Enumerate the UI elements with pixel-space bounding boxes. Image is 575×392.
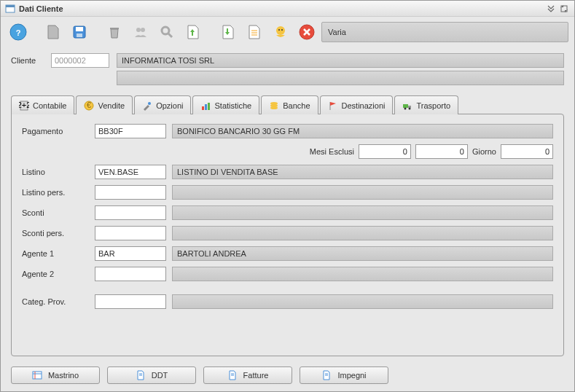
bank-icon <box>269 101 279 111</box>
mesi-esclusi-label: Mesi Esclusi <box>310 147 354 156</box>
euro-icon: € <box>84 101 94 111</box>
mail-button[interactable] <box>269 20 292 44</box>
svg-point-32 <box>270 106 278 109</box>
categ-prov-label: Categ. Prov. <box>22 297 95 306</box>
svg-rect-8 <box>110 28 119 29</box>
tab-destinazioni[interactable]: Destinazioni <box>320 95 394 114</box>
svg-point-36 <box>404 107 407 109</box>
document-button[interactable] <box>243 20 266 44</box>
svg-point-18 <box>276 26 285 35</box>
svg-text:€: € <box>87 101 91 109</box>
svg-point-11 <box>162 27 169 34</box>
sconti-label: Sconti <box>22 208 95 217</box>
export-button[interactable] <box>216 20 240 44</box>
ledger-icon <box>32 370 42 380</box>
chart-icon <box>200 101 211 111</box>
svg-point-10 <box>141 28 145 32</box>
maximize-button[interactable] <box>558 3 570 15</box>
svg-rect-38 <box>33 372 42 379</box>
search-button[interactable] <box>155 20 179 44</box>
doc-icon <box>136 370 146 380</box>
svg-point-37 <box>409 107 411 109</box>
sconti-pers-desc <box>172 226 553 240</box>
svg-rect-29 <box>208 103 210 110</box>
sconti-input[interactable] <box>95 205 166 220</box>
minimize-button[interactable] <box>545 3 557 15</box>
svg-point-19 <box>278 29 280 31</box>
agente2-input[interactable] <box>95 267 166 281</box>
categ-prov-desc <box>172 294 553 309</box>
client-name-field: INFORMATICA TOSI SRL <box>117 53 564 68</box>
mesi-esclusi-2-input[interactable] <box>415 144 468 159</box>
window-title: Dati Cliente <box>19 4 544 13</box>
svg-rect-1 <box>6 5 15 7</box>
sconti-desc <box>172 205 553 220</box>
fatture-button[interactable]: Fatture <box>203 366 292 384</box>
users-button[interactable] <box>129 20 152 44</box>
tab-contabile[interactable]: 2+2 Contabile <box>11 95 74 114</box>
tab-trasporto[interactable]: Trasporto <box>394 95 458 114</box>
delete-button[interactable] <box>103 20 126 44</box>
mesi-esclusi-1-input[interactable] <box>359 144 411 159</box>
close-button[interactable] <box>295 20 318 44</box>
agente1-desc: BARTOLI ANDREA <box>172 246 553 261</box>
status-text: Varia <box>328 28 346 36</box>
agente1-input[interactable] <box>95 246 166 261</box>
svg-rect-27 <box>202 106 204 110</box>
sconti-pers-label: Sconti pers. <box>22 229 95 238</box>
tab-vendite[interactable]: € Vendite <box>76 95 133 114</box>
categ-prov-input[interactable] <box>95 294 166 309</box>
tab-opzioni[interactable]: Opzioni <box>134 95 191 114</box>
pagamento-desc: BONIFICO BANCARIO 30 GG FM <box>172 124 553 138</box>
listino-input[interactable] <box>95 165 166 179</box>
client-section: Cliente INFORMATICA TOSI SRL <box>1 47 574 91</box>
giorno-label: Giorno <box>472 147 496 156</box>
svg-rect-14 <box>227 28 228 32</box>
svg-rect-6 <box>76 27 83 31</box>
import-button[interactable] <box>181 20 205 44</box>
titlebar: Dati Cliente <box>1 1 574 17</box>
client-code-input[interactable] <box>51 53 109 68</box>
svg-rect-13 <box>192 32 193 36</box>
tab-panel-vendite: Pagamento BONIFICO BANCARIO 30 GG FM Mes… <box>11 114 564 356</box>
giorno-input[interactable] <box>501 144 553 159</box>
truck-icon <box>402 101 412 111</box>
invoice-icon <box>227 370 238 380</box>
tools-icon <box>142 101 152 111</box>
agente2-label: Agente 2 <box>22 270 95 278</box>
agente2-desc <box>172 267 553 281</box>
pagamento-input[interactable] <box>95 124 166 138</box>
svg-point-9 <box>136 28 141 32</box>
listino-pers-desc <box>172 185 553 200</box>
listino-label: Listino <box>22 168 95 176</box>
toolbar: ? <box>1 17 574 47</box>
svg-rect-34 <box>403 104 408 108</box>
client-label: Cliente <box>11 53 44 65</box>
listino-desc: LISTINO DI VENDITA BASE <box>172 165 553 179</box>
tab-strip: 2+2 Contabile € Vendite Opzioni Statisti… <box>11 95 564 114</box>
bottom-buttons: Mastrino DDT Fatture Impegni <box>1 362 574 391</box>
svg-text:?: ? <box>16 28 21 37</box>
svg-point-20 <box>281 29 283 31</box>
window: Dati Cliente ? <box>0 0 575 392</box>
svg-rect-28 <box>205 104 207 110</box>
listino-pers-input[interactable] <box>95 185 166 200</box>
new-button[interactable] <box>42 20 65 44</box>
sconti-pers-input[interactable] <box>95 226 166 240</box>
save-button[interactable] <box>68 20 91 44</box>
calc-icon: 2+2 <box>19 101 29 111</box>
ddt-button[interactable]: DDT <box>107 366 196 384</box>
tab-banche[interactable]: Banche <box>261 95 318 114</box>
flag-icon <box>328 101 338 111</box>
help-button[interactable]: ? <box>7 20 30 44</box>
impegni-button[interactable]: Impegni <box>300 366 388 384</box>
window-icon <box>5 4 15 14</box>
tabs-container: 2+2 Contabile € Vendite Opzioni Statisti… <box>1 91 574 362</box>
pagamento-label: Pagamento <box>22 127 95 136</box>
svg-point-26 <box>148 102 151 105</box>
listino-pers-label: Listino pers. <box>22 188 95 197</box>
mastrino-button[interactable]: Mastrino <box>11 366 100 384</box>
svg-rect-7 <box>77 34 82 37</box>
svg-text:2+2: 2+2 <box>19 101 29 109</box>
tab-statistiche[interactable]: Statistiche <box>192 95 259 114</box>
